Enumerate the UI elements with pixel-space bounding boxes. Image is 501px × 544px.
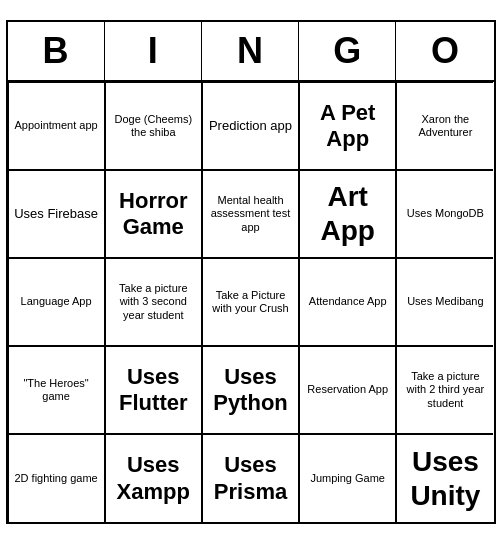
bingo-cell-19: Take a picture with 2 third year student <box>396 346 493 434</box>
header-letter-g: G <box>299 22 396 80</box>
bingo-cell-8: Art App <box>299 170 396 258</box>
bingo-cell-5: Uses Firebase <box>8 170 105 258</box>
header-letter-b: B <box>8 22 105 80</box>
bingo-cell-16: Uses Flutter <box>105 346 202 434</box>
bingo-cell-10: Language App <box>8 258 105 346</box>
bingo-cell-15: "The Heroes" game <box>8 346 105 434</box>
bingo-cell-13: Attendance App <box>299 258 396 346</box>
bingo-cell-17: Uses Python <box>202 346 299 434</box>
bingo-cell-4: Xaron the Adventurer <box>396 82 493 170</box>
bingo-cell-21: Uses Xampp <box>105 434 202 522</box>
bingo-cell-0: Appointment app <box>8 82 105 170</box>
bingo-cell-22: Uses Prisma <box>202 434 299 522</box>
header-letter-o: O <box>396 22 493 80</box>
bingo-cell-24: Uses Unity <box>396 434 493 522</box>
bingo-cell-12: Take a Picture with your Crush <box>202 258 299 346</box>
bingo-cell-20: 2D fighting game <box>8 434 105 522</box>
bingo-cell-9: Uses MongoDB <box>396 170 493 258</box>
bingo-card: BINGO Appointment appDoge (Cheems) the s… <box>6 20 496 524</box>
header-letter-i: I <box>105 22 202 80</box>
bingo-cell-3: A Pet App <box>299 82 396 170</box>
bingo-cell-23: Jumping Game <box>299 434 396 522</box>
bingo-grid: Appointment appDoge (Cheems) the shibaPr… <box>8 82 494 522</box>
bingo-cell-7: Mental health assessment test app <box>202 170 299 258</box>
header-letter-n: N <box>202 22 299 80</box>
bingo-cell-11: Take a picture with 3 second year studen… <box>105 258 202 346</box>
bingo-header: BINGO <box>8 22 494 82</box>
bingo-cell-1: Doge (Cheems) the shiba <box>105 82 202 170</box>
bingo-cell-18: Reservation App <box>299 346 396 434</box>
bingo-cell-2: Prediction app <box>202 82 299 170</box>
bingo-cell-6: Horror Game <box>105 170 202 258</box>
bingo-cell-14: Uses Medibang <box>396 258 493 346</box>
